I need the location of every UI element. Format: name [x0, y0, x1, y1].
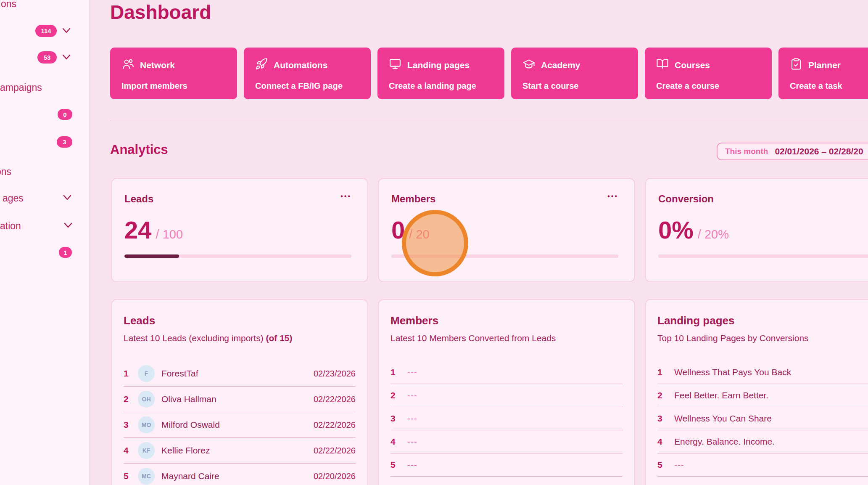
row-rank: 2 [124, 394, 134, 404]
member-row[interactable]: 5 --- [390, 453, 623, 477]
quick-action-subtitle: Create a course [656, 81, 760, 91]
stat-cards-row: Leads ••• 24 / 100 Members ••• 0 / 20 [111, 178, 868, 282]
landing-page-placeholder: --- [674, 483, 684, 485]
rocket-icon [255, 58, 268, 72]
row-rank: 1 [657, 367, 667, 377]
landing-page-row[interactable]: 4 Energy. Balance. Income. [657, 430, 868, 453]
row-rank: 4 [124, 445, 134, 456]
landing-page-row[interactable]: 6 --- [657, 477, 868, 485]
quick-action-title: Landing pages [407, 60, 470, 70]
stat-card-conversion: Conversion ••• 0% / 20% [645, 178, 868, 282]
row-rank: 2 [390, 390, 401, 400]
monitor-icon [389, 58, 401, 72]
row-rank: 4 [390, 437, 401, 447]
member-row[interactable]: 4 --- [390, 430, 623, 453]
lead-row[interactable]: 3 MO Milford Oswald 02/22/2026 [124, 412, 356, 438]
lead-date: 02/23/2026 [314, 369, 356, 379]
list-cards-row: Leads Latest 10 Leads (excluding imports… [111, 299, 868, 485]
list-subtitle: Latest 10 Leads (excluding imports) (of … [124, 333, 356, 344]
lead-name: Milford Oswald [161, 420, 220, 430]
sidebar-item-label[interactable]: ages [3, 193, 24, 204]
member-placeholder: --- [407, 437, 417, 447]
quick-action-subtitle: Start a course [522, 81, 627, 91]
clipboard-check-icon [790, 58, 802, 72]
lead-row[interactable]: 2 OH Oliva Hallman 02/22/2026 [124, 387, 356, 412]
lead-name: ForestTaf [161, 368, 198, 379]
date-range-filter[interactable]: This month 02/01/2026 – 02/28/20 [717, 143, 868, 160]
leads-list: 1 F ForestTaf 02/23/2026 2 OH Oliva Hall… [124, 361, 356, 485]
member-placeholder: --- [407, 390, 417, 400]
stat-title: Leads [124, 193, 153, 205]
lead-row[interactable]: 5 MC Maynard Caire 02/20/2026 [124, 464, 356, 485]
list-subtitle: Latest 10 Members Converted from Leads [390, 333, 623, 344]
sidebar-count-badge[interactable]: 1 [59, 247, 72, 258]
quick-action-automations[interactable]: Automations Connect a FB/IG page [244, 48, 371, 99]
landing-page-row[interactable]: 5 --- [657, 453, 868, 477]
row-rank: 1 [124, 368, 134, 379]
analytics-heading: Analytics [110, 142, 168, 157]
row-rank: 3 [657, 413, 667, 424]
lead-row[interactable]: 4 KF Kellie Florez 02/22/2026 [124, 438, 356, 464]
row-rank: 5 [657, 460, 667, 470]
sidebar-count-badge[interactable]: 53 [37, 51, 57, 64]
landing-page-row[interactable]: 2 Feel Better. Earn Better. [657, 384, 868, 407]
stat-value: 0% [658, 217, 694, 244]
date-filter-label: This month [725, 147, 768, 156]
quick-action-network[interactable]: Network Import members [110, 48, 237, 99]
stat-target: / 20% [698, 228, 729, 241]
landing-page-name: Wellness That Pays You Back [674, 367, 791, 377]
sidebar-item-label[interactable]: ons [0, 166, 11, 178]
member-row[interactable]: 2 --- [390, 384, 623, 407]
landing-page-row[interactable]: 1 Wellness That Pays You Back [657, 361, 868, 384]
stat-value: 0 [391, 217, 405, 244]
sidebar-count-badge[interactable]: 3 [57, 136, 72, 148]
lead-row[interactable]: 1 F ForestTaf 02/23/2026 [124, 361, 356, 387]
lead-date: 02/22/2026 [314, 446, 356, 456]
landing-page-name: Wellness You Can Share [674, 413, 772, 424]
stat-value: 24 [124, 217, 152, 244]
stat-target: / 100 [156, 228, 183, 241]
lead-date: 02/20/2026 [314, 472, 356, 481]
quick-action-subtitle: Connect a FB/IG page [255, 81, 359, 91]
chevron-down-icon[interactable] [61, 53, 71, 61]
landing-pages-list: 1 Wellness That Pays You Back 2 Feel Bet… [657, 361, 868, 485]
sidebar-count-badge[interactable]: 0 [58, 109, 72, 120]
row-rank: 5 [124, 471, 134, 481]
quick-action-subtitle: Create a task [790, 81, 868, 91]
people-icon [121, 58, 134, 72]
chevron-down-icon[interactable] [63, 222, 73, 229]
sidebar-item-label[interactable]: ation [0, 220, 21, 232]
progress-bar [658, 254, 868, 258]
member-placeholder: --- [407, 367, 417, 377]
member-row[interactable]: 6 --- [390, 477, 623, 485]
quick-action-academy[interactable]: Academy Start a course [511, 48, 638, 99]
avatar: KF [138, 442, 155, 459]
chevron-down-icon[interactable] [62, 194, 72, 201]
ellipsis-menu-icon[interactable]: ••• [340, 193, 351, 200]
ellipsis-menu-icon[interactable]: ••• [607, 193, 618, 200]
list-card-leads: Leads Latest 10 Leads (excluding imports… [111, 299, 368, 485]
quick-action-courses[interactable]: Courses Create a course [645, 48, 772, 99]
sidebar-item-label[interactable]: ons [1, 0, 16, 10]
sidebar-count-badge[interactable]: 114 [35, 25, 57, 37]
member-row[interactable]: 1 --- [390, 361, 623, 384]
list-title: Landing pages [657, 314, 868, 327]
graduation-cap-icon [522, 58, 535, 72]
sidebar-item-label[interactable]: ampaigns [0, 82, 42, 93]
avatar: MC [138, 468, 155, 485]
quick-action-title: Planner [808, 60, 841, 70]
avatar: MO [138, 416, 155, 433]
member-row[interactable]: 3 --- [390, 407, 623, 430]
row-rank: 3 [124, 420, 134, 430]
landing-page-row[interactable]: 3 Wellness You Can Share [657, 407, 868, 430]
progress-bar [124, 254, 351, 258]
row-rank: 5 [390, 460, 401, 470]
progress-bar [391, 254, 618, 258]
chevron-down-icon[interactable] [61, 27, 71, 34]
quick-action-planner[interactable]: Planner Create a task [778, 48, 868, 99]
quick-action-subtitle: Create a landing page [389, 81, 493, 91]
row-rank: 1 [390, 367, 401, 377]
quick-action-landing-pages[interactable]: Landing pages Create a landing page [377, 48, 504, 99]
landing-page-placeholder: --- [674, 460, 684, 470]
avatar: F [138, 365, 155, 382]
